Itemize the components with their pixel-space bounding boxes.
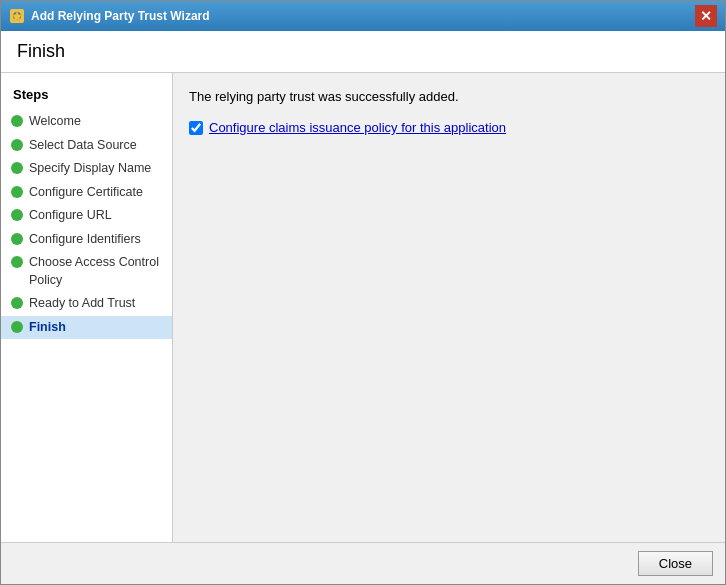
configure-claims-checkbox[interactable] [189, 121, 203, 135]
step-dot-choose-access-control [11, 256, 23, 268]
step-dot-configure-identifiers [11, 233, 23, 245]
sidebar-label-ready-to-add-trust: Ready to Add Trust [29, 295, 135, 313]
sidebar-item-welcome: Welcome [1, 110, 172, 134]
sidebar-label-configure-certificate: Configure Certificate [29, 184, 143, 202]
step-dot-configure-url [11, 209, 23, 221]
title-bar: Add Relying Party Trust Wizard ✕ [1, 1, 725, 31]
page-title: Finish [1, 31, 725, 73]
sidebar-label-specify-display-name: Specify Display Name [29, 160, 151, 178]
sidebar-header: Steps [1, 83, 172, 110]
configure-claims-label[interactable]: Configure claims issuance policy for thi… [209, 120, 506, 135]
sidebar-label-finish: Finish [29, 319, 66, 337]
sidebar-item-select-data-source: Select Data Source [1, 134, 172, 158]
sidebar-item-finish: Finish [1, 316, 172, 340]
sidebar-item-specify-display-name: Specify Display Name [1, 157, 172, 181]
title-bar-left: Add Relying Party Trust Wizard [9, 8, 210, 24]
window: Add Relying Party Trust Wizard ✕ Finish … [0, 0, 726, 585]
main-panel: The relying party trust was successfully… [173, 73, 725, 542]
sidebar-item-choose-access-control-policy: Choose Access Control Policy [1, 251, 172, 292]
wizard-icon [9, 8, 25, 24]
sidebar: Steps Welcome Select Data Source Specify… [1, 73, 173, 542]
step-dot-welcome [11, 115, 23, 127]
step-dot-configure-certificate [11, 186, 23, 198]
sidebar-label-welcome: Welcome [29, 113, 81, 131]
sidebar-item-configure-certificate: Configure Certificate [1, 181, 172, 205]
sidebar-label-select-data-source: Select Data Source [29, 137, 137, 155]
step-dot-select-data-source [11, 139, 23, 151]
step-dot-ready-to-add-trust [11, 297, 23, 309]
success-message: The relying party trust was successfully… [189, 89, 709, 104]
title-bar-text: Add Relying Party Trust Wizard [31, 9, 210, 23]
close-button[interactable]: Close [638, 551, 713, 576]
step-dot-specify-display-name [11, 162, 23, 174]
sidebar-item-ready-to-add-trust: Ready to Add Trust [1, 292, 172, 316]
sidebar-label-choose-access-control: Choose Access Control Policy [29, 254, 164, 289]
sidebar-label-configure-identifiers: Configure Identifiers [29, 231, 141, 249]
content-area: Steps Welcome Select Data Source Specify… [1, 73, 725, 542]
sidebar-item-configure-identifiers: Configure Identifiers [1, 228, 172, 252]
window-close-button[interactable]: ✕ [695, 5, 717, 27]
footer: Close [1, 542, 725, 584]
step-dot-finish [11, 321, 23, 333]
sidebar-item-configure-url: Configure URL [1, 204, 172, 228]
sidebar-label-configure-url: Configure URL [29, 207, 112, 225]
checkbox-row: Configure claims issuance policy for thi… [189, 120, 709, 135]
